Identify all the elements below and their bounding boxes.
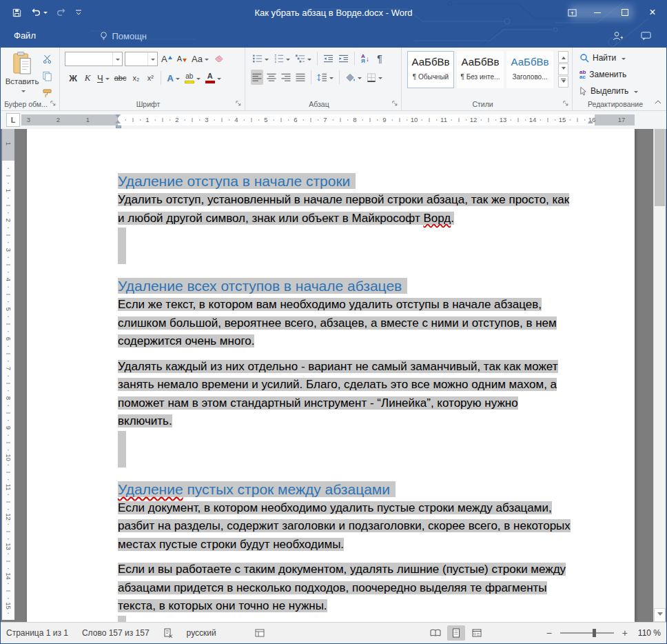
ribbon-tab[interactable]: Файл [5,24,92,48]
read-mode-button[interactable] [427,625,444,641]
scrollbar-thumb[interactable] [655,129,665,206]
bullets-button[interactable] [251,51,270,66]
paste-button[interactable]: Вставить [6,51,39,103]
document-line[interactable]: абзацами придется в несколько подходов, … [118,579,595,598]
numbering-button[interactable] [272,51,291,66]
clipboard-dialog-launcher-icon[interactable] [50,100,57,108]
bold-button[interactable]: Ж [67,70,79,85]
zoom-level[interactable]: 110 % [633,628,661,638]
undo-icon[interactable] [30,1,48,24]
document-line[interactable]: Удаление всех отступов в начале абзацев [118,276,595,296]
share-person-icon[interactable] [612,31,623,41]
paste-dropdown-icon[interactable] [21,90,25,94]
font-size-dropdown-icon[interactable] [147,52,157,66]
styles-dialog-launcher-icon[interactable] [562,100,570,108]
document-line[interactable] [118,431,595,450]
font-dialog-launcher-icon[interactable] [235,100,243,108]
styles-scroll-up-icon[interactable] [558,51,568,63]
align-center-button[interactable] [265,70,278,85]
document-line[interactable]: Удаление пустых строк между абзацами [118,480,595,499]
text-effects-button[interactable]: А [165,70,181,85]
select-button[interactable]: Выделить [579,84,638,98]
document-line[interactable]: Удаление отступа в начале строки [118,172,595,191]
word-count[interactable]: Слово 157 из 157 [82,628,150,638]
collapse-ribbon-icon[interactable] [655,97,661,106]
document-line[interactable] [118,246,595,265]
shading-button[interactable] [344,70,363,85]
superscript-button[interactable]: x² [144,70,156,85]
print-layout-button[interactable] [447,625,465,641]
zoom-in-button[interactable]: + [622,627,628,638]
align-right-button[interactable] [280,70,292,85]
document-line[interactable]: слишком большой, вероятнее всего, абзаце… [118,314,595,333]
increase-indent-button[interactable] [337,51,350,66]
document-line[interactable] [118,449,595,467]
document-line[interactable] [118,351,595,358]
italic-button[interactable]: К [81,70,94,85]
page-count[interactable]: Страница 1 из 1 [6,628,68,638]
minimize-button[interactable] [584,1,611,24]
format-painter-button[interactable] [41,85,54,101]
language-indicator[interactable]: русский [187,628,216,638]
document-line[interactable]: Удалять каждый из них отдельно - вариант… [118,358,595,376]
zoom-slider-thumb[interactable] [593,629,596,637]
scroll-down-button[interactable] [654,608,666,622]
shrink-font-button[interactable]: А [176,51,188,66]
document-line[interactable]: Удалить отступ, установленный в начале п… [118,191,595,210]
zoom-slider[interactable] [560,632,614,634]
clear-formatting-button[interactable] [212,51,225,66]
ribbon-display-options-icon[interactable] [560,1,584,24]
font-name-combobox[interactable] [65,52,123,66]
document-line[interactable]: местах пустые строки будут необходимы. [118,536,595,554]
proofing-errors-icon[interactable] [163,628,173,638]
grow-font-button[interactable]: А [160,51,174,66]
zoom-out-button[interactable]: − [546,627,552,638]
copy-button[interactable] [41,68,54,83]
style-card[interactable]: АаБбВв ¶ Обычный [407,51,454,88]
left-indent-marker[interactable] [116,125,121,128]
document-line[interactable]: и любой другой символ, знак или объект в… [118,210,595,228]
style-card[interactable]: АаБбВв Заголово... [506,51,553,88]
document-line[interactable]: поможет нам в этом стандартный инструмен… [118,394,595,413]
maximize-button[interactable] [611,1,639,24]
style-card[interactable]: АаБбВв ¶ Без инте... [457,51,504,88]
cut-button[interactable] [41,51,54,66]
styles-gallery-more-icon[interactable] [558,76,568,88]
right-indent-marker[interactable] [588,117,593,123]
find-button[interactable]: Найти [579,51,626,65]
tab-help[interactable]: Помощн [92,24,155,48]
document-line[interactable]: включить. [118,412,595,431]
macro-record-icon[interactable] [255,629,265,637]
document-line[interactable]: Если же текст, в котором вам необходимо … [118,296,595,314]
comment-icon[interactable] [641,31,651,41]
text-highlight-button[interactable]: ab [183,70,202,85]
document-line[interactable]: содержится очень много. [118,332,595,351]
strikethrough-button[interactable]: abc [113,70,128,85]
font-color-button[interactable]: А [204,70,223,85]
undo-dropdown-icon[interactable] [43,12,48,16]
web-layout-button[interactable] [468,625,486,641]
justify-button[interactable] [294,70,307,85]
document-line[interactable]: разбит на разделы, содержит заголовки и … [118,517,595,536]
document-line[interactable]: занять немало времени и усилий. Благо, с… [118,376,595,394]
underline-button[interactable]: Ч [96,70,111,85]
document-line[interactable] [118,554,595,561]
close-button[interactable]: × [639,1,666,24]
line-spacing-button[interactable] [316,70,335,85]
show-paragraph-marks-button[interactable]: ¶ [373,51,386,66]
styles-scroll-down-icon[interactable] [558,63,568,75]
replace-button[interactable]: abac Заменить [579,68,626,81]
font-size-combobox[interactable] [125,52,158,66]
customize-qat-icon[interactable] [75,1,82,24]
align-left-button[interactable] [251,70,263,85]
sort-button[interactable]: АЯ ↓ [359,51,371,66]
font-name-dropdown-icon[interactable] [112,52,122,66]
document-line[interactable] [118,228,595,246]
decrease-indent-button[interactable] [322,51,335,66]
document-line[interactable]: текста, в которых они точно не нужны. [118,597,595,616]
save-icon[interactable] [12,1,22,24]
paragraph-dialog-launcher-icon[interactable] [391,100,399,108]
hanging-indent-marker[interactable] [115,117,121,123]
document-line[interactable] [118,616,595,623]
borders-button[interactable] [365,70,384,85]
